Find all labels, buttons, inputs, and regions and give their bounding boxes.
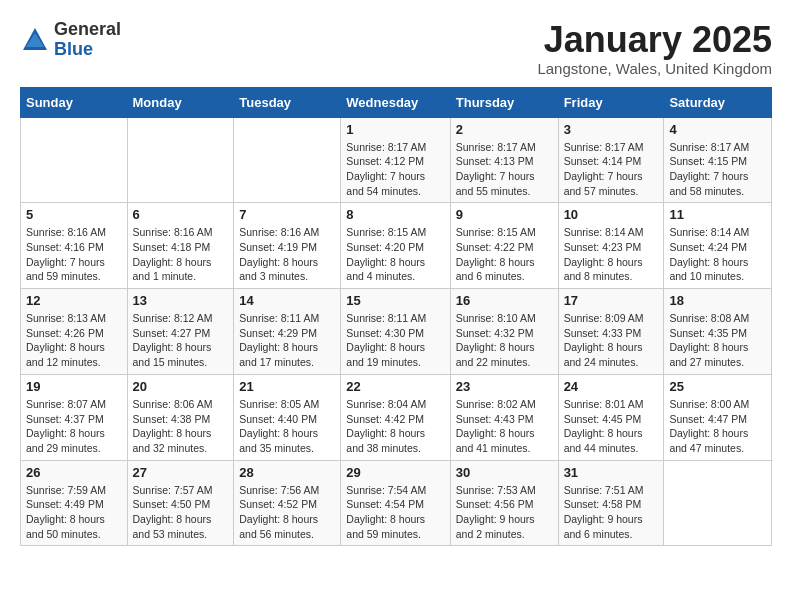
table-row: 17 Sunrise: 8:09 AMSunset: 4:33 PMDaylig… [558, 289, 664, 375]
table-row: 27 Sunrise: 7:57 AMSunset: 4:50 PMDaylig… [127, 460, 234, 546]
table-row: 10 Sunrise: 8:14 AMSunset: 4:23 PMDaylig… [558, 203, 664, 289]
col-wednesday: Wednesday [341, 87, 450, 117]
table-row: 24 Sunrise: 8:01 AMSunset: 4:45 PMDaylig… [558, 374, 664, 460]
table-row: 11 Sunrise: 8:14 AMSunset: 4:24 PMDaylig… [664, 203, 772, 289]
logo-general: General [54, 20, 121, 40]
calendar-week-row: 26 Sunrise: 7:59 AMSunset: 4:49 PMDaylig… [21, 460, 772, 546]
day-info: Sunrise: 8:00 AMSunset: 4:47 PMDaylight:… [669, 397, 766, 456]
day-info: Sunrise: 7:51 AMSunset: 4:58 PMDaylight:… [564, 483, 659, 542]
day-number: 21 [239, 379, 335, 394]
day-info: Sunrise: 8:17 AMSunset: 4:12 PMDaylight:… [346, 140, 444, 199]
day-info: Sunrise: 8:01 AMSunset: 4:45 PMDaylight:… [564, 397, 659, 456]
table-row: 18 Sunrise: 8:08 AMSunset: 4:35 PMDaylig… [664, 289, 772, 375]
day-number: 1 [346, 122, 444, 137]
page-header: General Blue January 2025 Langstone, Wal… [20, 20, 772, 77]
table-row: 6 Sunrise: 8:16 AMSunset: 4:18 PMDayligh… [127, 203, 234, 289]
day-info: Sunrise: 7:53 AMSunset: 4:56 PMDaylight:… [456, 483, 553, 542]
day-number: 20 [133, 379, 229, 394]
day-info: Sunrise: 8:11 AMSunset: 4:29 PMDaylight:… [239, 311, 335, 370]
day-info: Sunrise: 8:16 AMSunset: 4:18 PMDaylight:… [133, 225, 229, 284]
day-info: Sunrise: 8:07 AMSunset: 4:37 PMDaylight:… [26, 397, 122, 456]
table-row: 21 Sunrise: 8:05 AMSunset: 4:40 PMDaylig… [234, 374, 341, 460]
day-info: Sunrise: 7:56 AMSunset: 4:52 PMDaylight:… [239, 483, 335, 542]
day-number: 29 [346, 465, 444, 480]
table-row: 22 Sunrise: 8:04 AMSunset: 4:42 PMDaylig… [341, 374, 450, 460]
table-row: 29 Sunrise: 7:54 AMSunset: 4:54 PMDaylig… [341, 460, 450, 546]
day-number: 6 [133, 207, 229, 222]
table-row: 23 Sunrise: 8:02 AMSunset: 4:43 PMDaylig… [450, 374, 558, 460]
table-row: 28 Sunrise: 7:56 AMSunset: 4:52 PMDaylig… [234, 460, 341, 546]
logo-text: General Blue [54, 20, 121, 60]
day-number: 22 [346, 379, 444, 394]
day-number: 30 [456, 465, 553, 480]
col-tuesday: Tuesday [234, 87, 341, 117]
logo: General Blue [20, 20, 121, 60]
col-saturday: Saturday [664, 87, 772, 117]
logo-blue: Blue [54, 40, 121, 60]
day-info: Sunrise: 8:14 AMSunset: 4:23 PMDaylight:… [564, 225, 659, 284]
table-row: 1 Sunrise: 8:17 AMSunset: 4:12 PMDayligh… [341, 117, 450, 203]
table-row [664, 460, 772, 546]
day-info: Sunrise: 8:14 AMSunset: 4:24 PMDaylight:… [669, 225, 766, 284]
day-info: Sunrise: 8:16 AMSunset: 4:19 PMDaylight:… [239, 225, 335, 284]
day-info: Sunrise: 8:15 AMSunset: 4:20 PMDaylight:… [346, 225, 444, 284]
day-info: Sunrise: 8:04 AMSunset: 4:42 PMDaylight:… [346, 397, 444, 456]
table-row: 25 Sunrise: 8:00 AMSunset: 4:47 PMDaylig… [664, 374, 772, 460]
table-row: 15 Sunrise: 8:11 AMSunset: 4:30 PMDaylig… [341, 289, 450, 375]
table-row: 19 Sunrise: 8:07 AMSunset: 4:37 PMDaylig… [21, 374, 128, 460]
title-block: January 2025 Langstone, Wales, United Ki… [537, 20, 772, 77]
day-info: Sunrise: 8:15 AMSunset: 4:22 PMDaylight:… [456, 225, 553, 284]
day-info: Sunrise: 8:12 AMSunset: 4:27 PMDaylight:… [133, 311, 229, 370]
table-row [234, 117, 341, 203]
day-number: 26 [26, 465, 122, 480]
day-info: Sunrise: 8:05 AMSunset: 4:40 PMDaylight:… [239, 397, 335, 456]
day-number: 16 [456, 293, 553, 308]
day-number: 4 [669, 122, 766, 137]
table-row: 31 Sunrise: 7:51 AMSunset: 4:58 PMDaylig… [558, 460, 664, 546]
table-row: 8 Sunrise: 8:15 AMSunset: 4:20 PMDayligh… [341, 203, 450, 289]
day-info: Sunrise: 8:10 AMSunset: 4:32 PMDaylight:… [456, 311, 553, 370]
day-info: Sunrise: 8:17 AMSunset: 4:15 PMDaylight:… [669, 140, 766, 199]
calendar-table: Sunday Monday Tuesday Wednesday Thursday… [20, 87, 772, 547]
day-number: 8 [346, 207, 444, 222]
day-number: 25 [669, 379, 766, 394]
col-thursday: Thursday [450, 87, 558, 117]
day-info: Sunrise: 7:59 AMSunset: 4:49 PMDaylight:… [26, 483, 122, 542]
day-info: Sunrise: 8:02 AMSunset: 4:43 PMDaylight:… [456, 397, 553, 456]
day-info: Sunrise: 8:13 AMSunset: 4:26 PMDaylight:… [26, 311, 122, 370]
day-number: 13 [133, 293, 229, 308]
day-number: 12 [26, 293, 122, 308]
table-row: 26 Sunrise: 7:59 AMSunset: 4:49 PMDaylig… [21, 460, 128, 546]
table-row: 16 Sunrise: 8:10 AMSunset: 4:32 PMDaylig… [450, 289, 558, 375]
table-row: 7 Sunrise: 8:16 AMSunset: 4:19 PMDayligh… [234, 203, 341, 289]
day-number: 17 [564, 293, 659, 308]
calendar-week-row: 19 Sunrise: 8:07 AMSunset: 4:37 PMDaylig… [21, 374, 772, 460]
logo-icon [20, 25, 50, 55]
day-number: 27 [133, 465, 229, 480]
day-info: Sunrise: 8:08 AMSunset: 4:35 PMDaylight:… [669, 311, 766, 370]
table-row: 4 Sunrise: 8:17 AMSunset: 4:15 PMDayligh… [664, 117, 772, 203]
day-number: 19 [26, 379, 122, 394]
day-number: 3 [564, 122, 659, 137]
calendar-week-row: 1 Sunrise: 8:17 AMSunset: 4:12 PMDayligh… [21, 117, 772, 203]
day-number: 23 [456, 379, 553, 394]
month-title: January 2025 [537, 20, 772, 60]
location: Langstone, Wales, United Kingdom [537, 60, 772, 77]
table-row [127, 117, 234, 203]
day-info: Sunrise: 8:17 AMSunset: 4:13 PMDaylight:… [456, 140, 553, 199]
day-info: Sunrise: 8:09 AMSunset: 4:33 PMDaylight:… [564, 311, 659, 370]
day-info: Sunrise: 8:06 AMSunset: 4:38 PMDaylight:… [133, 397, 229, 456]
day-number: 15 [346, 293, 444, 308]
day-number: 2 [456, 122, 553, 137]
col-friday: Friday [558, 87, 664, 117]
table-row: 3 Sunrise: 8:17 AMSunset: 4:14 PMDayligh… [558, 117, 664, 203]
table-row: 14 Sunrise: 8:11 AMSunset: 4:29 PMDaylig… [234, 289, 341, 375]
day-number: 10 [564, 207, 659, 222]
day-number: 28 [239, 465, 335, 480]
col-sunday: Sunday [21, 87, 128, 117]
table-row: 9 Sunrise: 8:15 AMSunset: 4:22 PMDayligh… [450, 203, 558, 289]
day-number: 31 [564, 465, 659, 480]
day-number: 9 [456, 207, 553, 222]
day-info: Sunrise: 7:54 AMSunset: 4:54 PMDaylight:… [346, 483, 444, 542]
table-row: 2 Sunrise: 8:17 AMSunset: 4:13 PMDayligh… [450, 117, 558, 203]
